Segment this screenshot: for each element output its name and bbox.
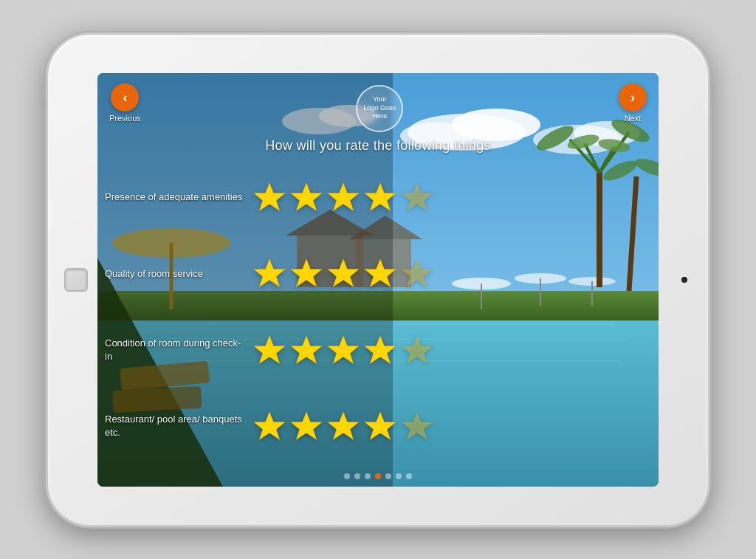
logo-line1: Your [373, 95, 386, 104]
svg-marker-55 [365, 335, 396, 363]
svg-marker-58 [291, 412, 322, 440]
next-label: Next [625, 114, 642, 123]
star-empty-icon[interactable] [400, 409, 434, 443]
svg-marker-42 [254, 183, 285, 211]
svg-marker-47 [254, 259, 285, 287]
svg-marker-51 [402, 259, 433, 287]
stars-container [252, 409, 434, 443]
star-filled-icon[interactable] [289, 409, 323, 443]
star-filled-icon[interactable] [363, 256, 397, 290]
star-filled-icon[interactable] [289, 180, 323, 214]
stars-container [252, 333, 434, 367]
pagination-dot[interactable] [354, 473, 360, 479]
logo-line3: Here [373, 112, 388, 121]
pagination-dot[interactable] [344, 473, 350, 479]
stars-container [252, 180, 434, 214]
question-text: How will you rate the following things [265, 138, 491, 153]
star-filled-icon[interactable] [252, 333, 286, 367]
svg-marker-46 [402, 183, 433, 211]
svg-marker-57 [254, 412, 285, 440]
svg-marker-60 [365, 412, 396, 440]
next-button[interactable]: › Next [619, 83, 647, 123]
star-filled-icon[interactable] [252, 256, 286, 290]
pagination-dot[interactable] [406, 473, 412, 479]
rating-row: Quality of room service [105, 256, 651, 290]
ratings-section: Presence of adequate amenities [97, 157, 659, 487]
svg-marker-50 [365, 259, 396, 287]
svg-marker-44 [328, 183, 359, 211]
star-filled-icon[interactable] [252, 409, 286, 443]
svg-marker-56 [402, 335, 433, 363]
prev-arrow-icon: ‹ [123, 91, 127, 104]
svg-marker-54 [328, 335, 359, 363]
star-filled-icon[interactable] [289, 256, 323, 290]
svg-marker-43 [291, 183, 322, 211]
rating-label: Quality of room service [105, 267, 245, 281]
star-filled-icon[interactable] [289, 333, 323, 367]
star-filled-icon[interactable] [363, 333, 397, 367]
rating-label: Restaurant/ pool area/ banquets etc. [105, 413, 245, 439]
svg-marker-53 [291, 335, 322, 363]
next-circle[interactable]: › [619, 83, 647, 112]
svg-marker-45 [365, 183, 396, 211]
rating-row: Presence of adequate amenities [105, 180, 651, 214]
svg-marker-52 [254, 335, 285, 363]
star-filled-icon[interactable] [363, 180, 397, 214]
star-filled-icon[interactable] [252, 180, 286, 214]
star-filled-icon[interactable] [363, 409, 397, 443]
star-filled-icon[interactable] [326, 256, 360, 290]
pagination-dot[interactable] [375, 473, 381, 479]
logo-line2: Logo Goes [363, 104, 396, 113]
star-empty-icon[interactable] [400, 180, 434, 214]
star-filled-icon[interactable] [326, 180, 360, 214]
pagination-dot[interactable] [396, 473, 402, 479]
question-section: How will you rate the following things [97, 132, 659, 157]
rating-label: Condition of room during check-in [105, 337, 245, 363]
prev-circle[interactable]: ‹ [111, 83, 139, 112]
screen-content: ‹ Previous Your Logo Goes Here › Next [97, 73, 659, 487]
tablet-shell: ‹ Previous Your Logo Goes Here › Next [46, 32, 710, 527]
rating-row: Restaurant/ pool area/ banquets etc. [105, 409, 651, 443]
logo: Your Logo Goes Here [356, 85, 403, 132]
next-arrow-icon: › [630, 91, 635, 104]
pagination-dot[interactable] [365, 473, 371, 479]
rating-row: Condition of room during check-in [105, 333, 651, 367]
prev-button[interactable]: ‹ Previous [109, 83, 141, 123]
rating-label: Presence of adequate amenities [105, 191, 245, 204]
header: ‹ Previous Your Logo Goes Here › Next [97, 73, 659, 132]
svg-marker-61 [402, 412, 433, 440]
pagination [344, 473, 412, 479]
star-empty-icon[interactable] [400, 333, 434, 367]
star-filled-icon[interactable] [326, 333, 360, 367]
svg-marker-49 [328, 259, 359, 287]
screen: ‹ Previous Your Logo Goes Here › Next [97, 73, 659, 487]
star-empty-icon[interactable] [400, 256, 434, 290]
svg-marker-59 [328, 412, 359, 440]
stars-container [252, 256, 434, 290]
star-filled-icon[interactable] [326, 409, 360, 443]
prev-label: Previous [109, 114, 141, 123]
pagination-dot[interactable] [385, 473, 391, 479]
svg-marker-48 [291, 259, 322, 287]
